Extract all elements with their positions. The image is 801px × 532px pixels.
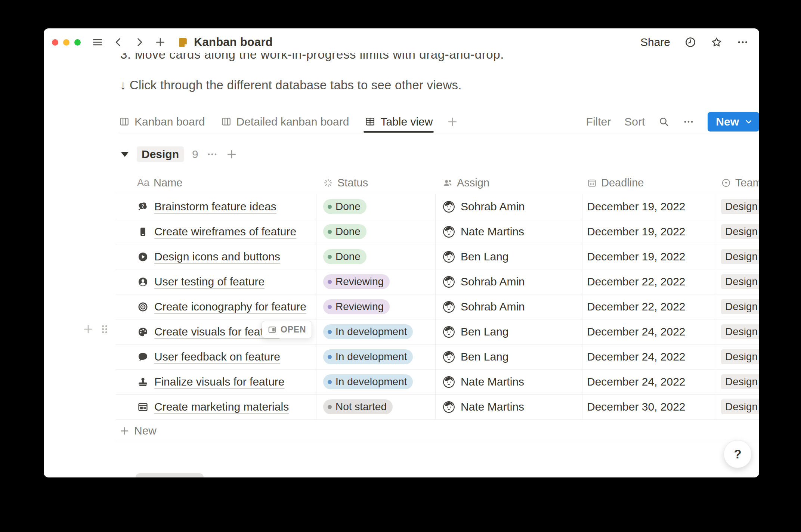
table-row: Design icons and buttons Done Ben Lang D… [116,244,759,269]
name-cell[interactable]: User feedback on feature [116,344,316,369]
status-cell[interactable]: Done [316,219,436,244]
team-cell[interactable]: Design [716,395,759,419]
assign-cell[interactable]: Sohrab Amin [436,194,582,219]
search-icon[interactable] [658,116,669,127]
assign-cell[interactable]: Ben Lang [436,319,582,344]
team-cell[interactable]: Design [716,294,759,319]
deadline-text: December 22, 2022 [587,275,686,288]
name-cell[interactable]: Create iconography for feature [116,294,316,319]
row-title[interactable]: Create iconography for feature [154,300,306,313]
column-header-status[interactable]: Status [316,172,436,194]
more-options-icon[interactable] [737,36,749,48]
chevron-down-icon[interactable] [744,117,753,126]
assign-cell[interactable]: Sohrab Amin [436,294,582,319]
deadline-cell[interactable]: December 22, 2022 [582,269,716,294]
name-cell[interactable]: Design icons and buttons [116,244,316,269]
status-badge: In development [323,324,413,339]
tab-kanban-board[interactable]: Kanban board [119,111,205,132]
new-button[interactable]: New [708,112,759,132]
deadline-cell[interactable]: December 19, 2022 [582,194,716,219]
sort-button[interactable]: Sort [624,115,645,128]
insert-row-plus-icon[interactable] [83,324,94,335]
name-cell[interactable]: Finalize visuals for feature [116,369,316,394]
status-cell[interactable]: Done [316,244,436,269]
back-button[interactable] [113,37,124,48]
deadline-cell[interactable]: December 30, 2022 [582,395,716,419]
new-row-button[interactable]: New [116,420,759,442]
status-label: Reviewing [335,276,384,288]
row-title[interactable]: User testing of feature [154,275,265,288]
close-window-button[interactable] [52,39,58,46]
favorite-star-icon[interactable] [711,36,723,48]
status-cell[interactable]: Reviewing [316,269,436,294]
column-header-assign[interactable]: Assign [436,172,582,194]
status-cell[interactable]: In development [316,319,436,344]
assign-cell[interactable]: Nate Martins [436,395,582,419]
row-title[interactable]: Create wireframes of feature [154,225,296,238]
name-cell[interactable]: ? Brainstorm feature ideas [116,194,316,219]
cut-off-element[interactable] [136,473,204,477]
row-title[interactable]: Design icons and buttons [154,250,280,263]
team-cell[interactable]: Design [716,269,759,294]
team-cell[interactable]: Design [716,219,759,244]
view-options-icon[interactable] [683,116,694,127]
deadline-cell[interactable]: December 22, 2022 [582,294,716,319]
row-title[interactable]: Brainstorm feature ideas [154,200,276,213]
group-add-icon[interactable] [226,149,237,160]
assign-cell[interactable]: Nate Martins [436,369,582,394]
name-cell[interactable]: Create marketing materials [116,395,316,419]
team-cell[interactable]: Design [716,194,759,219]
team-cell[interactable]: Design [716,319,759,344]
status-cell[interactable]: Done [316,194,436,219]
share-button[interactable]: Share [640,36,670,49]
zoom-window-button[interactable] [74,39,81,46]
assign-cell[interactable]: Sohrab Amin [436,269,582,294]
assignee-name: Ben Lang [461,325,508,338]
sidebar-menu-icon[interactable] [92,37,103,48]
status-label: In development [335,376,407,388]
collapse-triangle-icon[interactable] [121,152,129,157]
minimize-window-button[interactable] [63,39,69,46]
tab-detailed-kanban-board[interactable]: Detailed kanban board [221,111,349,132]
name-cell[interactable]: User testing of feature [116,269,316,294]
drag-handle-icon[interactable] [99,324,110,335]
deadline-text: December 22, 2022 [587,300,686,313]
team-cell[interactable]: Design [716,244,759,269]
updates-clock-icon[interactable] [684,36,696,48]
team-cell[interactable]: Design [716,369,759,394]
row-title[interactable]: User feedback on feature [154,350,280,363]
status-cell[interactable]: In development [316,369,436,394]
row-title[interactable]: Create visuals for feature [154,325,279,338]
assignee-name: Nate Martins [461,400,524,413]
team-cell[interactable]: Design [716,344,759,369]
status-cell[interactable]: Not started [316,395,436,419]
assign-cell[interactable]: Ben Lang [436,344,582,369]
column-header-team[interactable]: Team [716,172,759,194]
deadline-cell[interactable]: December 24, 2022 [582,319,716,344]
deadline-cell[interactable]: December 24, 2022 [582,369,716,394]
filter-button[interactable]: Filter [586,115,611,128]
table-row: Create marketing materials Not started N… [116,395,759,420]
team-badge: Design [721,349,759,364]
deadline-cell[interactable]: December 24, 2022 [582,344,716,369]
column-header-name[interactable]: Aa Name [116,172,316,194]
help-button[interactable]: ? [724,440,752,468]
name-cell[interactable]: Create wireframes of feature [116,219,316,244]
status-cell[interactable]: Reviewing [316,294,436,319]
group-options-icon[interactable] [207,149,218,160]
column-header-deadline[interactable]: Deadline [582,172,716,194]
row-title[interactable]: Finalize visuals for feature [154,375,285,388]
assign-cell[interactable]: Nate Martins [436,219,582,244]
status-cell[interactable]: In development [316,344,436,369]
deadline-cell[interactable]: December 19, 2022 [582,244,716,269]
new-page-button[interactable] [155,37,166,48]
group-name-chip[interactable]: Design [137,146,184,162]
row-title[interactable]: Create marketing materials [154,400,289,413]
open-row-button[interactable]: OPEN [262,321,312,338]
forward-button[interactable] [134,37,145,48]
tab-table-view[interactable]: Table view [365,111,433,132]
add-view-button[interactable] [447,116,458,127]
user-icon [137,276,149,288]
assign-cell[interactable]: Ben Lang [436,244,582,269]
deadline-cell[interactable]: December 19, 2022 [582,219,716,244]
